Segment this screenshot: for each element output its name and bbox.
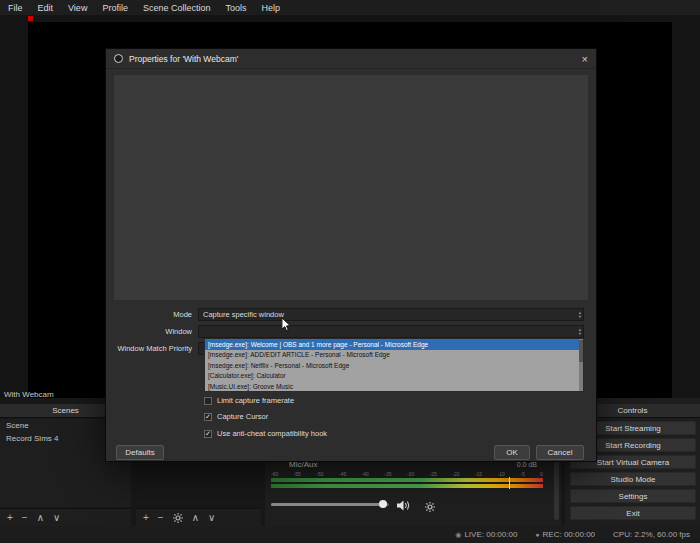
volume-slider-fill	[271, 503, 383, 506]
move-source-up-icon[interactable]: ∧	[192, 513, 199, 523]
window-label: Window	[106, 327, 198, 336]
menu-view[interactable]: View	[68, 3, 87, 13]
dropdown-option[interactable]: [Music.UI.exe]: Groove Music	[205, 381, 583, 392]
menu-tools[interactable]: Tools	[225, 3, 246, 13]
db-tick: -60	[271, 471, 278, 477]
menu-edit[interactable]: Edit	[38, 3, 54, 13]
move-source-down-icon[interactable]: ∨	[208, 513, 215, 523]
volume-slider-handle[interactable]	[379, 500, 387, 508]
limit-framerate-checkbox[interactable]: ✓	[204, 397, 212, 405]
dropdown-option[interactable]: [msedge.exe]: Welcome | OBS and 1 more p…	[205, 339, 583, 350]
studio-mode-button[interactable]: Studio Mode	[570, 472, 696, 486]
dropdown-scrollbar[interactable]	[579, 339, 583, 391]
move-scene-down-icon[interactable]: ∨	[53, 513, 60, 523]
dialog-titlebar[interactable]: Properties for 'With Webcam' ×	[106, 49, 596, 69]
add-source-icon[interactable]: +	[143, 513, 149, 523]
record-indicator-dot	[28, 16, 33, 21]
db-tick: -10	[498, 471, 505, 477]
obs-logo-icon	[114, 54, 123, 63]
live-time: LIVE: 00:00:00	[464, 530, 517, 539]
rec-time: REC: 00:00:00	[543, 530, 595, 539]
dropdown-option[interactable]: [msedge.exe]: ADD/EDIT ARTICLE - Persona…	[205, 350, 583, 361]
broadcast-icon: ◉	[455, 531, 461, 539]
exit-button[interactable]: Exit	[570, 506, 696, 520]
spinner-icon: ▴▾	[579, 309, 581, 320]
mode-select[interactable]: Capture specific window ▴▾	[198, 308, 584, 321]
window-select[interactable]: ▴▾	[198, 325, 584, 338]
db-tick: -25	[430, 471, 437, 477]
db-tick: -5	[520, 471, 524, 477]
menu-scene-collection[interactable]: Scene Collection	[143, 3, 211, 13]
match-priority-label: Window Match Priority	[106, 344, 198, 353]
ok-button[interactable]: OK	[494, 445, 530, 460]
scenes-toolbar: + − ∧ ∨	[0, 508, 131, 526]
window-dropdown-list: [msedge.exe]: Welcome | OBS and 1 more p…	[204, 338, 584, 392]
live-status: ◉ LIVE: 00:00:00	[455, 530, 517, 539]
db-tick: 0	[540, 471, 543, 477]
speaker-icon[interactable]	[397, 497, 411, 515]
anti-cheat-label: Use anti-cheat compatibility hook	[217, 429, 327, 438]
cpu-fps-status: CPU: 2.2%, 60.00 fps	[613, 530, 690, 539]
defaults-button[interactable]: Defaults	[116, 445, 164, 460]
menu-bar: File Edit View Profile Scene Collection …	[0, 0, 700, 15]
limit-framerate-row: ✓ Limit capture framerate	[204, 396, 294, 405]
capture-cursor-row: ✓ Capture Cursor	[204, 412, 268, 421]
volume-meter-left	[271, 478, 543, 482]
sources-toolbar: + − ∧ ∨	[136, 508, 261, 526]
capture-cursor-label: Capture Cursor	[217, 412, 268, 421]
db-tick: -55	[294, 471, 301, 477]
mixer-db-value: 0.0 dB	[517, 461, 537, 468]
move-scene-up-icon[interactable]: ∧	[37, 513, 44, 523]
cancel-button[interactable]: Cancel	[536, 445, 584, 460]
spinner-icon: ▴▾	[579, 326, 581, 337]
db-tick: -45	[339, 471, 346, 477]
db-tick: -30	[407, 471, 414, 477]
remove-source-icon[interactable]: −	[158, 513, 164, 523]
dropdown-option[interactable]: [msedge.exe]: Netflix - Personal - Micro…	[205, 360, 583, 371]
record-icon: ●	[535, 531, 539, 538]
volume-meter-right	[271, 484, 543, 488]
db-tick: -40	[362, 471, 369, 477]
status-bar: ◉ LIVE: 00:00:00 ● REC: 00:00:00 CPU: 2.…	[0, 526, 700, 543]
source-overlay-label: With Webcam	[4, 390, 54, 399]
settings-button[interactable]: Settings	[570, 489, 696, 503]
remove-scene-icon[interactable]: −	[22, 513, 28, 523]
cpu-fps-text: CPU: 2.2%, 60.00 fps	[613, 530, 690, 539]
source-properties-gear-icon[interactable]	[173, 513, 183, 523]
dropdown-option[interactable]: [Calculator.exe]: Calculator	[205, 371, 583, 382]
mode-value: Capture specific window	[203, 310, 284, 319]
add-scene-icon[interactable]: +	[7, 513, 13, 523]
obs-main-window: File Edit View Profile Scene Collection …	[0, 0, 700, 543]
dialog-preview-area	[114, 75, 588, 300]
menu-file[interactable]: File	[8, 3, 23, 13]
mixer-db-scale: -60 -55 -50 -45 -40 -35 -30 -25 -20 -15 …	[271, 471, 543, 477]
close-icon[interactable]: ×	[582, 53, 588, 65]
menu-help[interactable]: Help	[261, 3, 280, 13]
db-tick: -50	[316, 471, 323, 477]
mode-label: Mode	[106, 310, 198, 319]
mouse-cursor-icon	[282, 317, 292, 335]
db-tick: -35	[384, 471, 391, 477]
mixer-scrollbar[interactable]	[554, 460, 559, 520]
volume-slider[interactable]	[271, 503, 389, 506]
properties-dialog: Properties for 'With Webcam' × Mode Capt…	[105, 48, 597, 462]
rec-status: ● REC: 00:00:00	[535, 530, 595, 539]
limit-framerate-label: Limit capture framerate	[217, 396, 294, 405]
anti-cheat-row: ✓ Use anti-cheat compatibility hook	[204, 429, 327, 438]
capture-cursor-checkbox[interactable]: ✓	[204, 413, 212, 421]
db-tick: -15	[475, 471, 482, 477]
dialog-title: Properties for 'With Webcam'	[129, 54, 238, 64]
menu-profile[interactable]: Profile	[102, 3, 128, 13]
db-tick: -20	[452, 471, 459, 477]
mode-row: Mode Capture specific window ▴▾	[106, 306, 596, 323]
anti-cheat-checkbox[interactable]: ✓	[204, 430, 212, 438]
mixer-settings-gear-icon[interactable]	[425, 498, 435, 516]
meter-peak-marker	[509, 477, 510, 489]
